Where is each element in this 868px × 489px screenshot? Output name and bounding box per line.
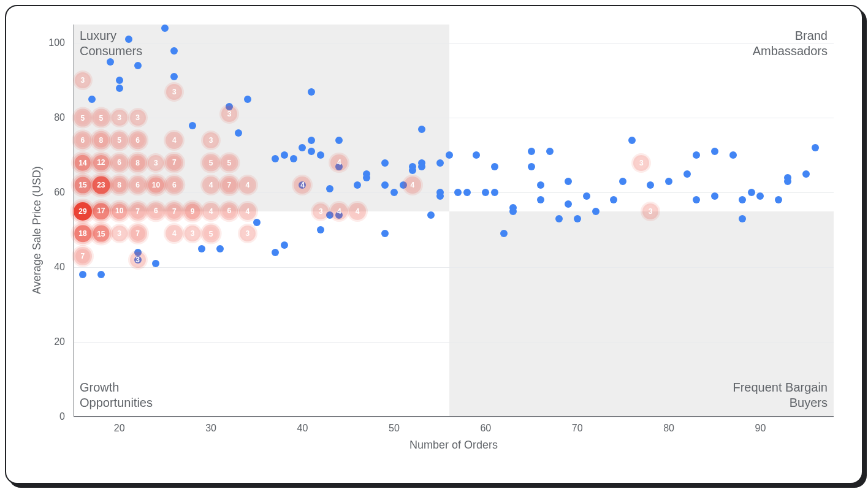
data-point[interactable] xyxy=(739,196,746,203)
cluster-point[interactable]: 5 xyxy=(223,156,237,170)
cluster-point[interactable]: 14 xyxy=(75,154,91,171)
data-point[interactable] xyxy=(216,245,224,252)
cluster-point[interactable]: 15 xyxy=(75,177,91,194)
data-point[interactable] xyxy=(381,159,389,167)
data-point[interactable] xyxy=(281,241,288,249)
data-point[interactable] xyxy=(610,196,617,203)
cluster-point[interactable]: 15 xyxy=(93,226,109,242)
data-point[interactable] xyxy=(565,178,572,185)
data-point[interactable] xyxy=(88,96,96,103)
cluster-point[interactable]: 7 xyxy=(222,178,237,192)
data-point[interactable] xyxy=(454,189,462,196)
cluster-point[interactable]: 5 xyxy=(76,111,90,125)
data-point[interactable] xyxy=(812,144,819,151)
cluster-point[interactable]: 4 xyxy=(332,205,346,218)
data-point[interactable] xyxy=(381,230,389,237)
cluster-point[interactable]: 6 xyxy=(167,178,181,192)
data-point[interactable] xyxy=(446,151,453,159)
data-point[interactable] xyxy=(509,204,517,211)
data-point[interactable] xyxy=(665,178,672,185)
cluster-point[interactable]: 3 xyxy=(77,74,89,86)
cluster-point[interactable]: 3 xyxy=(168,86,180,98)
data-point[interactable] xyxy=(308,137,315,144)
data-point[interactable] xyxy=(583,192,590,200)
data-point[interactable] xyxy=(235,129,242,137)
data-point[interactable] xyxy=(775,196,782,203)
data-point[interactable] xyxy=(116,85,123,92)
data-point[interactable] xyxy=(546,148,554,155)
data-point[interactable] xyxy=(409,163,416,170)
cluster-point[interactable]: 4 xyxy=(296,178,310,192)
cluster-point[interactable]: 4 xyxy=(204,178,218,192)
data-point[interactable] xyxy=(326,185,333,192)
data-point[interactable] xyxy=(756,192,764,200)
cluster-point[interactable]: 10 xyxy=(148,178,164,193)
data-point[interactable] xyxy=(335,137,343,144)
data-point[interactable] xyxy=(482,189,489,196)
data-point[interactable] xyxy=(463,189,471,196)
data-point[interactable] xyxy=(528,148,535,155)
cluster-point[interactable]: 4 xyxy=(241,205,254,218)
data-point[interactable] xyxy=(711,148,718,155)
data-point[interactable] xyxy=(299,144,306,151)
cluster-point[interactable]: 7 xyxy=(75,249,90,263)
data-point[interactable] xyxy=(537,181,544,189)
data-point[interactable] xyxy=(317,226,324,233)
data-point[interactable] xyxy=(647,181,654,189)
cluster-point[interactable]: 6 xyxy=(131,178,145,192)
data-point[interactable] xyxy=(290,155,297,162)
data-point[interactable] xyxy=(473,151,480,159)
cluster-point[interactable]: 8 xyxy=(112,178,127,192)
data-point[interactable] xyxy=(152,260,159,267)
data-point[interactable] xyxy=(107,58,114,66)
cluster-point[interactable]: 7 xyxy=(131,226,145,241)
cluster-point[interactable]: 4 xyxy=(167,227,181,240)
data-point[interactable] xyxy=(537,196,544,203)
cluster-point[interactable]: 9 xyxy=(185,203,200,219)
cluster-point[interactable]: 7 xyxy=(131,204,145,219)
data-point[interactable] xyxy=(592,208,600,215)
cluster-point[interactable]: 4 xyxy=(332,156,346,170)
cluster-point[interactable]: 3 xyxy=(635,157,647,169)
data-point[interactable] xyxy=(436,159,444,167)
cluster-point[interactable]: 18 xyxy=(74,226,91,243)
data-point[interactable] xyxy=(170,47,178,55)
cluster-point[interactable]: 3 xyxy=(150,157,162,169)
cluster-point[interactable]: 3 xyxy=(132,112,144,124)
data-point[interactable] xyxy=(418,126,425,133)
data-point[interactable] xyxy=(198,245,205,252)
data-point[interactable] xyxy=(628,137,636,144)
data-point[interactable] xyxy=(427,211,435,219)
data-point[interactable] xyxy=(189,122,196,129)
data-point[interactable] xyxy=(693,151,700,159)
cluster-point[interactable]: 4 xyxy=(406,178,419,192)
data-point[interactable] xyxy=(308,148,315,155)
data-point[interactable] xyxy=(491,189,498,196)
data-point[interactable] xyxy=(555,215,563,222)
cluster-point[interactable]: 5 xyxy=(94,111,108,125)
data-point[interactable] xyxy=(683,170,691,178)
cluster-point[interactable]: 6 xyxy=(112,156,126,170)
cluster-point[interactable]: 8 xyxy=(94,133,108,148)
cluster-point[interactable]: 5 xyxy=(112,134,126,148)
cluster-point[interactable]: 7 xyxy=(167,156,181,170)
cluster-point[interactable]: 5 xyxy=(204,156,218,170)
data-point[interactable] xyxy=(711,192,718,200)
cluster-point[interactable]: 12 xyxy=(93,155,109,171)
data-point[interactable] xyxy=(390,189,398,196)
data-point[interactable] xyxy=(244,96,251,103)
cluster-point[interactable]: 6 xyxy=(75,133,89,147)
data-point[interactable] xyxy=(354,181,361,189)
data-point[interactable] xyxy=(381,181,389,189)
cluster-point[interactable]: 3 xyxy=(113,112,126,124)
cluster-point[interactable]: 8 xyxy=(130,155,145,170)
cluster-point[interactable]: 29 xyxy=(74,202,92,221)
data-point[interactable] xyxy=(802,170,810,178)
cluster-point[interactable]: 3 xyxy=(242,227,254,240)
cluster-point[interactable]: 4 xyxy=(167,134,181,147)
cluster-point[interactable]: 3 xyxy=(223,108,235,120)
data-point[interactable] xyxy=(317,151,324,159)
data-point[interactable] xyxy=(308,88,315,96)
cluster-point[interactable]: 3 xyxy=(186,227,199,240)
data-point[interactable] xyxy=(565,200,572,208)
